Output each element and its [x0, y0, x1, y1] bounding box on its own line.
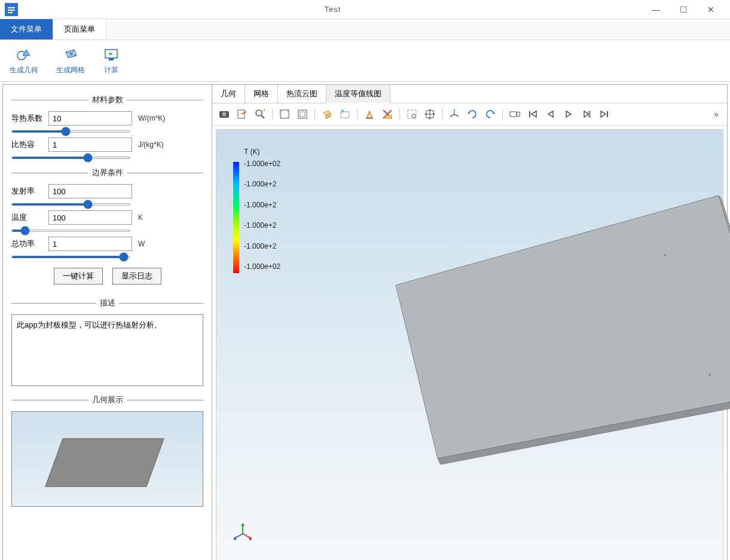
svg-marker-49: [601, 111, 606, 117]
geometry-icon: [16, 46, 32, 63]
pan-icon[interactable]: [423, 107, 437, 121]
specific-unit: J/(kg*K): [138, 140, 180, 149]
camera-icon[interactable]: [508, 107, 522, 121]
svg-marker-63: [233, 536, 236, 540]
temperature-unit: K: [138, 213, 180, 222]
power-label: 总功率: [11, 238, 42, 249]
show-log-button[interactable]: 显示日志: [112, 268, 161, 284]
power-input[interactable]: [48, 237, 132, 251]
last-frame-icon[interactable]: [597, 107, 612, 121]
view-tab-geometry[interactable]: 几何: [212, 85, 245, 103]
toolbar-overflow-icon[interactable]: »: [710, 109, 722, 119]
tab-page-menu[interactable]: 页面菜单: [53, 19, 106, 39]
plate-3d-model: [384, 183, 730, 482]
thermal-slider[interactable]: [11, 130, 131, 133]
first-frame-icon[interactable]: [526, 107, 540, 121]
legend-tick: -1.000e+02: [244, 262, 280, 271]
mesh-icon: [62, 46, 79, 63]
one-click-compute-button[interactable]: 一键计算: [54, 268, 103, 284]
rotate-ccw-icon[interactable]: [465, 107, 479, 121]
svg-point-55: [708, 374, 711, 376]
play-icon[interactable]: [561, 107, 576, 121]
thermal-label: 导热系数: [11, 113, 42, 124]
temperature-label: 温度: [11, 212, 42, 223]
close-button[interactable]: ✕: [702, 5, 719, 14]
svg-point-56: [688, 409, 690, 412]
temperature-input[interactable]: [48, 210, 132, 225]
maximize-button[interactable]: ☐: [675, 5, 692, 14]
svg-marker-51: [396, 195, 730, 458]
specific-label: 比热容: [11, 139, 42, 150]
thermal-unit: W/(m*K): [138, 114, 180, 123]
clear-icon[interactable]: [362, 107, 377, 121]
measure-icon[interactable]: [380, 107, 395, 121]
boundary-section-label: 边界条件: [92, 167, 123, 178]
svg-marker-44: [532, 111, 536, 117]
svg-point-13: [222, 112, 227, 117]
svg-rect-14: [238, 110, 245, 118]
svg-rect-19: [298, 110, 307, 118]
svg-marker-47: [584, 111, 589, 117]
svg-marker-45: [548, 111, 553, 117]
rotate-cw-icon[interactable]: [483, 107, 497, 121]
description-section-label: 描述: [100, 298, 115, 308]
zoom-box-icon[interactable]: [295, 107, 310, 121]
left-panel: 材料参数 导热系数 W/(m*K) 比热容 J/(kg*K) 边界条件 发射率 …: [3, 85, 212, 560]
legend-tick: -1.000e+2: [244, 221, 280, 229]
temperature-slider[interactable]: [11, 229, 131, 232]
power-slider[interactable]: [11, 256, 131, 258]
power-unit: W: [138, 240, 180, 248]
color-legend: T (K) -1.000e+02 -1.000e+2 -1.000e+2 -1.…: [233, 148, 280, 271]
emissivity-label: 发射率: [11, 186, 42, 197]
geometry-preview[interactable]: [11, 411, 203, 507]
box-select-icon[interactable]: [320, 107, 334, 121]
view-tab-contour[interactable]: 热流云图: [278, 85, 326, 103]
svg-marker-62: [249, 536, 252, 540]
svg-marker-10: [109, 52, 113, 56]
next-frame-icon[interactable]: [579, 107, 594, 121]
zoom-extents-icon[interactable]: [277, 107, 292, 121]
svg-marker-42: [517, 112, 520, 117]
svg-rect-0: [8, 7, 15, 8]
legend-tick: -1.000e+02: [244, 160, 280, 168]
title-bar: Test — ☐ ✕: [0, 0, 730, 19]
emissivity-slider[interactable]: [11, 203, 131, 206]
svg-point-24: [341, 110, 344, 113]
export-icon[interactable]: [235, 107, 249, 121]
svg-rect-28: [386, 115, 392, 118]
thermal-input[interactable]: [48, 111, 132, 126]
generate-geometry-button[interactable]: 生成几何: [6, 44, 42, 78]
svg-marker-35: [433, 113, 435, 115]
axis-triad-icon[interactable]: [447, 107, 462, 121]
ribbon-tabs: 文件菜单 页面菜单: [0, 19, 730, 40]
compute-button[interactable]: 计算: [99, 44, 123, 78]
legend-tick: -1.000e+2: [244, 242, 280, 250]
view-tab-mesh[interactable]: 网格: [245, 85, 278, 103]
emissivity-input[interactable]: [48, 184, 132, 198]
svg-rect-20: [300, 112, 305, 117]
ribbon-toolbar: 生成几何 生成网格 计算: [0, 40, 730, 82]
svg-rect-1: [8, 10, 15, 11]
svg-rect-50: [607, 111, 608, 117]
snapshot-icon[interactable]: [217, 107, 231, 121]
svg-point-57: [634, 421, 636, 424]
window-title: Test: [18, 5, 647, 14]
svg-rect-23: [341, 112, 349, 118]
svg-marker-46: [566, 111, 571, 117]
view-tab-isotherm[interactable]: 温度等值线图: [326, 85, 390, 103]
prev-frame-icon[interactable]: [543, 107, 558, 121]
generate-geometry-label: 生成几何: [10, 65, 38, 75]
generate-mesh-button[interactable]: 生成网格: [53, 44, 88, 78]
zoom-icon[interactable]: [253, 107, 267, 121]
svg-point-16: [256, 110, 262, 116]
graphics-viewport[interactable]: T (K) -1.000e+02 -1.000e+2 -1.000e+2 -1.…: [216, 129, 723, 560]
axis-indicator-icon: [231, 522, 255, 546]
selection-box-icon[interactable]: [405, 107, 419, 121]
transparency-icon[interactable]: [338, 107, 352, 121]
graphics-toolbar: »: [212, 103, 727, 126]
minimize-button[interactable]: —: [647, 5, 664, 14]
tab-file-menu[interactable]: 文件菜单: [0, 19, 53, 39]
app-icon: [5, 3, 18, 16]
specific-slider[interactable]: [11, 157, 131, 159]
specific-input[interactable]: [48, 137, 132, 152]
